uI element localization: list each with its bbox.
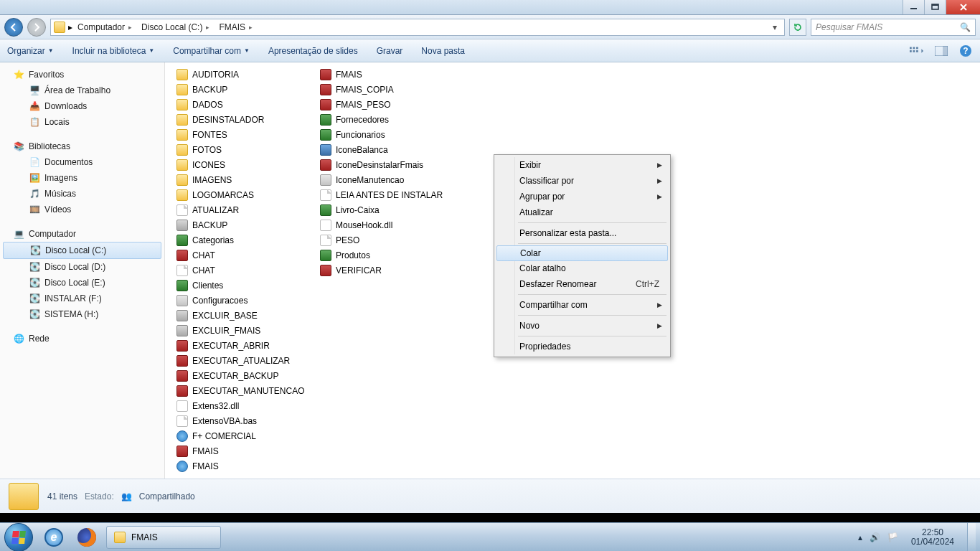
breadcrumb-item[interactable]: Disco Local (C:)▸ <box>139 22 214 32</box>
file-item[interactable]: Configuracoes <box>174 293 317 308</box>
nav-forward-button[interactable] <box>27 18 46 37</box>
organize-menu[interactable]: Organizar ▼ <box>7 46 54 56</box>
nav-favorites-header[interactable]: ⭐Favoritos <box>0 67 164 83</box>
slideshow-button[interactable]: Apresentação de slides <box>268 46 358 56</box>
include-in-library-menu[interactable]: Incluir na biblioteca ▼ <box>72 46 155 56</box>
file-item[interactable]: BACKUP <box>174 217 317 232</box>
navigation-pane[interactable]: ⭐Favoritos 🖥️Área de Trabalho 📥Downloads… <box>0 62 165 479</box>
address-bar[interactable]: ▸ Computador▸ Disco Local (C:)▸ FMAIS▸ ▾ <box>50 19 785 36</box>
file-item[interactable]: Funcionarios <box>317 127 461 142</box>
refresh-button[interactable] <box>789 19 806 36</box>
share-with-menu[interactable]: Compartilhar com ▼ <box>173 46 250 56</box>
file-item[interactable]: LOGOMARCAS <box>174 187 317 202</box>
file-item[interactable]: Produtos <box>317 248 461 263</box>
file-item[interactable]: EXECUTAR_ABRIR <box>174 338 317 353</box>
nav-item-music[interactable]: 🎵Músicas <box>0 186 164 202</box>
file-item[interactable]: IconeDesinstalarFmais <box>317 157 461 172</box>
file-item[interactable]: F+ COMERCIAL <box>174 428 317 443</box>
file-item[interactable]: ExtensoVBA.bas <box>174 413 317 428</box>
breadcrumb-item[interactable]: Computador▸ <box>75 22 136 32</box>
ctx-propriedades[interactable]: Propriedades <box>496 339 668 354</box>
file-item[interactable]: EXECUTAR_MANUTENCAO <box>174 383 317 398</box>
ctx-atualizar[interactable]: Atualizar <box>496 204 668 220</box>
file-item[interactable]: FMAIS_COPIA <box>317 82 461 97</box>
new-folder-button[interactable]: Nova pasta <box>421 46 465 56</box>
file-item[interactable]: ICONES <box>174 157 317 172</box>
file-item[interactable]: CHAT <box>174 263 317 278</box>
ctx-novo[interactable]: Novo▶ <box>496 318 668 334</box>
taskbar-app-explorer[interactable]: FMAIS <box>106 526 221 549</box>
nav-item-drive-h[interactable]: 💽SISTEMA (H:) <box>0 306 164 322</box>
nav-libraries-header[interactable]: 📚Bibliotecas <box>0 138 164 154</box>
show-desktop-button[interactable] <box>967 523 976 552</box>
file-item[interactable]: Livro-Caixa <box>317 202 461 217</box>
file-item[interactable]: CHAT <box>174 248 317 263</box>
nav-back-button[interactable] <box>4 18 23 37</box>
ctx-exibir[interactable]: Exibir▶ <box>496 157 668 173</box>
close-button[interactable] <box>946 0 980 14</box>
file-item[interactable]: Extens32.dll <box>174 398 317 413</box>
file-item[interactable]: VERIFICAR <box>317 263 461 278</box>
tray-clock[interactable]: 22:50 01/04/2024 <box>905 528 960 547</box>
start-button[interactable] <box>4 523 33 552</box>
help-button[interactable]: ? <box>958 44 973 58</box>
file-item[interactable]: MouseHook.dll <box>317 217 461 232</box>
ctx-colar[interactable]: Colar <box>496 245 668 261</box>
nav-network-header[interactable]: 🌐Rede <box>0 331 164 347</box>
minimize-button[interactable] <box>903 0 924 14</box>
nav-item-drive-f[interactable]: 💽INSTALAR (F:) <box>0 291 164 306</box>
file-item[interactable]: LEIA ANTES DE INSTALAR <box>317 187 461 202</box>
tray-volume-icon[interactable]: 🔊 <box>870 532 880 542</box>
file-item[interactable]: IMAGENS <box>174 172 317 187</box>
file-item[interactable]: FMAIS_PESO <box>317 97 461 112</box>
nav-item-pictures[interactable]: 🖼️Imagens <box>0 170 164 186</box>
file-item[interactable]: AUDITORIA <box>174 67 317 82</box>
ctx-colar-atalho[interactable]: Colar atalho <box>496 260 668 276</box>
file-item[interactable]: IconeManutencao <box>317 172 461 187</box>
chevron-right-icon[interactable]: ▸ <box>126 24 134 31</box>
tray-action-center-icon[interactable]: 🏳️ <box>887 532 898 542</box>
file-item[interactable]: EXECUTAR_BACKUP <box>174 368 317 383</box>
nav-item-desktop[interactable]: 🖥️Área de Trabalho <box>0 83 164 98</box>
chevron-right-icon[interactable]: ▸ <box>68 22 72 32</box>
nav-item-recent[interactable]: 📋Locais <box>0 114 164 130</box>
nav-item-downloads[interactable]: 📥Downloads <box>0 98 164 114</box>
nav-item-documents[interactable]: 📄Documentos <box>0 154 164 170</box>
file-item[interactable]: FOTOS <box>174 142 317 157</box>
file-item[interactable]: Fornecedores <box>317 112 461 127</box>
taskbar-pinned-firefox[interactable] <box>72 526 102 549</box>
view-options-button[interactable] <box>910 44 924 58</box>
ctx-personalizar[interactable]: Personalizar esta pasta... <box>496 225 668 241</box>
breadcrumb-item[interactable]: FMAIS▸ <box>217 22 257 32</box>
file-item[interactable]: DADOS <box>174 97 317 112</box>
nav-item-drive-e[interactable]: 💽Disco Local (E:) <box>0 275 164 291</box>
chevron-right-icon[interactable]: ▸ <box>204 24 212 31</box>
nav-computer-header[interactable]: 💻Computador <box>0 226 164 242</box>
tray-chevron-icon[interactable]: ▴ <box>858 532 862 542</box>
file-item[interactable]: EXECUTAR_ATUALIZAR <box>174 353 317 368</box>
ctx-compartilhar[interactable]: Compartilhar com▶ <box>496 297 668 313</box>
file-item[interactable]: Categorias <box>174 232 317 248</box>
ctx-agrupar[interactable]: Agrupar por▶ <box>496 189 668 204</box>
nav-item-drive-c[interactable]: 💽Disco Local (C:) <box>3 242 161 259</box>
file-item[interactable]: IconeBalanca <box>317 142 461 157</box>
maximize-button[interactable] <box>924 0 946 14</box>
file-item[interactable]: FMAIS <box>317 67 461 82</box>
file-item[interactable]: FMAIS <box>174 443 317 458</box>
burn-button[interactable]: Gravar <box>377 46 403 56</box>
search-input[interactable]: Pesquisar FMAIS 🔍 <box>811 19 976 36</box>
file-item[interactable]: FONTES <box>174 127 317 142</box>
file-item[interactable]: EXCLUIR_FMAIS <box>174 323 317 338</box>
chevron-right-icon[interactable]: ▸ <box>247 24 255 31</box>
file-item[interactable]: Clientes <box>174 278 317 293</box>
nav-item-videos[interactable]: 🎞️Vídeos <box>0 202 164 217</box>
address-dropdown-button[interactable]: ▾ <box>768 22 781 32</box>
file-item[interactable]: BACKUP <box>174 82 317 97</box>
ctx-classificar[interactable]: Classificar por▶ <box>496 173 668 189</box>
ctx-desfazer[interactable]: Desfazer RenomearCtrl+Z <box>496 276 668 292</box>
nav-item-drive-d[interactable]: 💽Disco Local (D:) <box>0 259 164 275</box>
taskbar-pinned-ie[interactable] <box>39 526 69 549</box>
file-item[interactable]: ATUALIZAR <box>174 202 317 217</box>
preview-pane-button[interactable] <box>934 44 948 58</box>
file-item[interactable]: PESO <box>317 232 461 248</box>
